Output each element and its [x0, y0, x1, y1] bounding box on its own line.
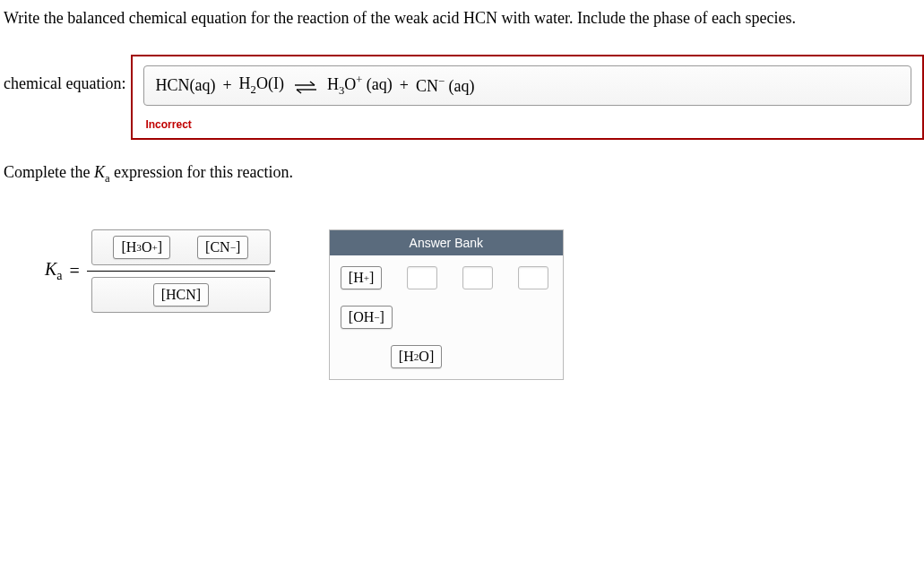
- empty-slot[interactable]: [462, 266, 493, 289]
- chemical-equation-input[interactable]: HCN(aq) + H2O(I) H3O+ (aq) + CN− (aq): [143, 65, 911, 106]
- chip-h-plus[interactable]: [H+]: [341, 266, 383, 289]
- answer-bank-body: [H+] [OH−] [H2O]: [330, 255, 563, 379]
- ka-expression: Ka = [H3O+] [CN−] [HCN]: [45, 229, 275, 313]
- equilibrium-arrow-icon: [288, 76, 324, 95]
- ka-numerator-dropzone[interactable]: [H3O+] [CN−]: [91, 229, 271, 265]
- equals-sign: =: [70, 261, 80, 281]
- chip-cn-placed[interactable]: [CN−]: [197, 236, 248, 259]
- ka-fraction: [H3O+] [CN−] [HCN]: [87, 229, 275, 313]
- fraction-bar: [87, 271, 275, 272]
- equation-label: chemical equation:: [4, 55, 131, 93]
- feedback-incorrect: Incorrect: [143, 106, 911, 131]
- ka-denominator-dropzone[interactable]: [HCN]: [91, 277, 271, 313]
- empty-slot[interactable]: [407, 266, 437, 289]
- eq-term-h3o: H3O+ (aq): [327, 73, 393, 98]
- chip-oh-minus[interactable]: [OH−]: [341, 306, 393, 329]
- eq-term-hcn: HCN(aq): [155, 76, 215, 95]
- chip-hcn-placed[interactable]: [HCN]: [153, 283, 209, 307]
- ka-symbol: Ka: [45, 259, 63, 283]
- answer-bank: Answer Bank [H+] [OH−] [H2O]: [329, 229, 564, 380]
- eq-term-cn: CN− (aq): [416, 75, 475, 96]
- eq-term-h2o: H2O(I): [239, 74, 284, 97]
- question-text: Write the balanced chemical equation for…: [0, 9, 924, 55]
- equation-box: HCN(aq) + H2O(I) H3O+ (aq) + CN− (aq): [131, 55, 924, 140]
- chip-h3o-placed[interactable]: [H3O+]: [113, 236, 170, 259]
- eq-plus: +: [219, 76, 235, 95]
- ka-section: Ka = [H3O+] [CN−] [HCN] Answer Bank: [0, 185, 924, 380]
- eq-plus: +: [396, 76, 412, 95]
- answer-bank-header: Answer Bank: [330, 230, 563, 255]
- empty-slot[interactable]: [518, 266, 548, 289]
- equation-row: chemical equation: HCN(aq) + H2O(I) H3O+…: [0, 55, 924, 158]
- chip-h2o[interactable]: [H2O]: [391, 345, 442, 368]
- subquestion-text: Complete the Ka expression for this reac…: [0, 158, 924, 186]
